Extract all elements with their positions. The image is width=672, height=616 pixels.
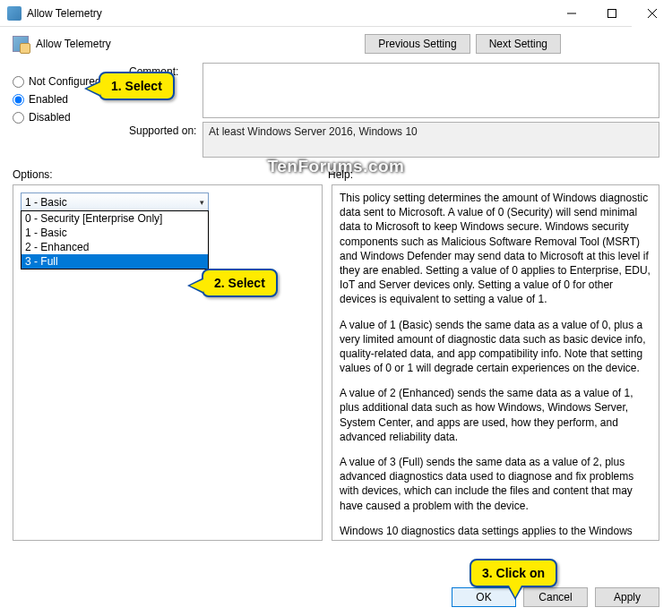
help-paragraph: Windows 10 diagnostics data settings app…	[340, 524, 651, 541]
dropdown-item-enhanced[interactable]: 2 - Enhanced	[22, 240, 208, 254]
policy-icon	[13, 36, 29, 52]
combobox-selected-value: 1 - Basic	[25, 196, 67, 209]
annotation-callout-1: 1. Select	[99, 72, 175, 100]
radio-disabled[interactable]: Disabled	[13, 111, 129, 124]
telemetry-level-dropdown: 0 - Security [Enterprise Only] 1 - Basic…	[21, 210, 209, 270]
close-button[interactable]	[632, 0, 672, 27]
window-title: Allow Telemetry	[27, 7, 551, 20]
radio-enabled-input[interactable]	[13, 94, 24, 106]
dialog-footer: OK Cancel Apply	[452, 587, 659, 607]
options-panel: 1 - Basic ▾ 0 - Security [Enterprise Onl…	[13, 184, 323, 541]
options-label: Options:	[13, 168, 328, 181]
dropdown-item-basic[interactable]: 1 - Basic	[22, 226, 208, 240]
annotation-callout-3: 3. Click on	[470, 559, 557, 587]
annotation-callout-2: 2. Select	[202, 269, 278, 297]
help-panel[interactable]: This policy setting determines the amoun…	[332, 184, 659, 541]
cancel-button[interactable]: Cancel	[523, 587, 588, 607]
dropdown-item-security[interactable]: 0 - Security [Enterprise Only]	[22, 211, 208, 226]
titlebar: Allow Telemetry	[0, 0, 672, 27]
svg-rect-1	[607, 9, 616, 17]
maximize-button[interactable]	[591, 0, 632, 27]
help-paragraph: A value of 1 (Basic) sends the same data…	[340, 318, 651, 376]
previous-setting-button[interactable]: Previous Setting	[365, 34, 470, 54]
dropdown-item-full[interactable]: 3 - Full	[22, 254, 208, 269]
comment-textarea[interactable]	[202, 63, 659, 118]
radio-disabled-input[interactable]	[13, 112, 24, 124]
radio-enabled-label: Enabled	[29, 93, 68, 106]
help-paragraph: This policy setting determines the amoun…	[340, 191, 651, 307]
radio-disabled-label: Disabled	[29, 111, 71, 124]
supported-on-label: Supported on:	[129, 122, 202, 158]
telemetry-level-combobox[interactable]: 1 - Basic ▾	[21, 192, 209, 211]
help-paragraph: A value of 2 (Enhanced) sends the same d…	[340, 386, 651, 444]
supported-on-value: At least Windows Server 2016, Windows 10	[202, 122, 659, 158]
next-setting-button[interactable]: Next Setting	[476, 34, 561, 54]
radio-not-configured-input[interactable]	[13, 76, 24, 88]
apply-button[interactable]: Apply	[595, 587, 659, 607]
help-label: Help:	[328, 168, 353, 181]
chevron-down-icon: ▾	[200, 198, 204, 207]
policy-title: Allow Telemetry	[36, 38, 111, 50]
window-icon	[7, 6, 22, 21]
help-paragraph: A value of 3 (Full) sends the same data …	[340, 455, 651, 513]
header-row: Allow Telemetry Previous Setting Next Se…	[0, 27, 672, 59]
minimize-button[interactable]	[551, 0, 591, 27]
